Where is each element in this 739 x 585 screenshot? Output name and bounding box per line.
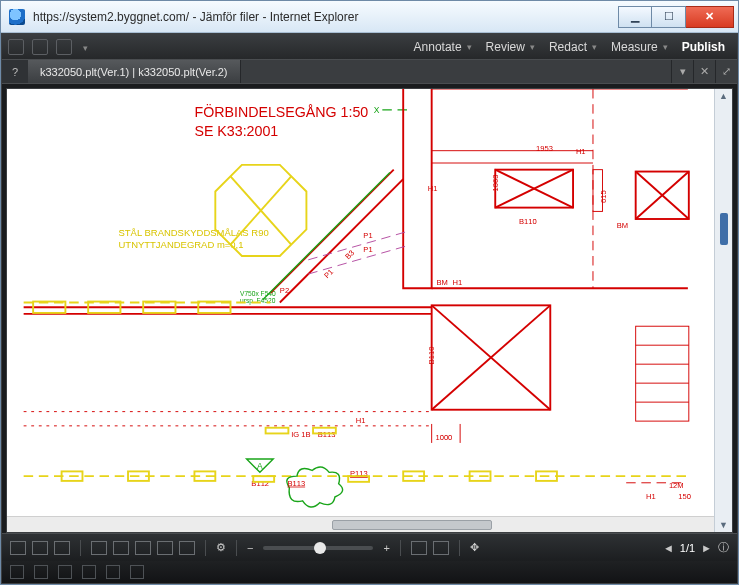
- lbl-h1c: H1: [453, 278, 463, 287]
- page-prev-icon[interactable]: ◄: [663, 542, 674, 554]
- document-tab-label: k332050.plt(Ver.1) | k332050.plt(Ver.2): [40, 66, 228, 78]
- toolbar-sep5: [459, 540, 460, 556]
- tool-save-icon[interactable]: [32, 39, 48, 55]
- status-monitor-icon[interactable]: [58, 565, 72, 579]
- toolbar-sep2: [205, 540, 206, 556]
- compare-mode-group: [91, 541, 195, 555]
- lbl-ig1b: IG 1B: [291, 430, 310, 439]
- cad-title-line2: SE K33:2001: [194, 123, 278, 139]
- status-bar: [2, 561, 737, 583]
- viewer-app: Annotate Review Redact Measure Publish ?…: [1, 33, 738, 584]
- svg-rect-15: [636, 326, 689, 421]
- lbl-A: A: [257, 462, 263, 472]
- horizontal-scrollbar[interactable]: [7, 516, 714, 532]
- lbl-b113: B113: [318, 430, 336, 439]
- view-tile-icon[interactable]: [54, 541, 70, 555]
- status-thumbnails-icon[interactable]: [106, 565, 120, 579]
- menu-measure-label: Measure: [611, 40, 658, 54]
- drawing-canvas[interactable]: FÖRBINDELSEGÅNG 1:50 SE K33:2001 X STÅL …: [6, 88, 733, 533]
- status-folder-icon[interactable]: [82, 565, 96, 579]
- cad-svg: FÖRBINDELSEGÅNG 1:50 SE K33:2001 X STÅL …: [7, 89, 714, 516]
- horizontal-scroll-thumb[interactable]: [332, 520, 492, 530]
- dim-150: 150: [678, 492, 691, 501]
- toolbar-sep4: [400, 540, 401, 556]
- pan-crosshair-icon[interactable]: ✥: [470, 541, 479, 554]
- tab-spacer: [241, 60, 671, 83]
- lbl-p1b: P1: [363, 245, 372, 254]
- dim-1063: 1063: [491, 175, 500, 192]
- fit-page-icon[interactable]: [411, 541, 427, 555]
- menu-review[interactable]: Review: [480, 40, 541, 54]
- view-split-icon[interactable]: [32, 541, 48, 555]
- zoom-in-icon[interactable]: +: [383, 542, 389, 554]
- view-mode-group: [10, 541, 70, 555]
- tool-more-chevron-icon[interactable]: [80, 40, 88, 54]
- page-indicator: ◄ 1/1 ► ⓘ: [663, 540, 729, 555]
- tab-dropdown[interactable]: ▾: [671, 60, 693, 83]
- help-icon[interactable]: ?: [2, 60, 28, 83]
- fit-width-icon[interactable]: [433, 541, 449, 555]
- menu-annotate-label: Annotate: [414, 40, 462, 54]
- scroll-up-icon[interactable]: ▲: [719, 91, 728, 101]
- zoom-out-icon[interactable]: −: [247, 542, 253, 554]
- page-help-icon[interactable]: ⓘ: [718, 540, 729, 555]
- page-next-icon[interactable]: ►: [701, 542, 712, 554]
- lbl-bm2: BM: [617, 221, 628, 230]
- status-refresh-icon[interactable]: [10, 565, 24, 579]
- dim-12m: 12M: [669, 481, 684, 490]
- minimize-button[interactable]: [618, 6, 652, 28]
- toolbar-sep: [80, 540, 81, 556]
- bottom-toolbar: ⚙ − + ✥ ◄ 1/1 ► ⓘ: [2, 533, 737, 561]
- compare-d-icon[interactable]: [157, 541, 173, 555]
- compare-b-icon[interactable]: [113, 541, 129, 555]
- ie-favicon-icon: [9, 9, 25, 25]
- left-tool-group: [8, 39, 88, 55]
- lbl-b110b: B110: [427, 346, 436, 364]
- compare-c-icon[interactable]: [135, 541, 151, 555]
- menu-publish[interactable]: Publish: [676, 40, 731, 54]
- dim-h1e: H1: [646, 492, 656, 501]
- workspace: FÖRBINDELSEGÅNG 1:50 SE K33:2001 X STÅL …: [2, 84, 737, 533]
- menu-measure[interactable]: Measure: [605, 40, 674, 54]
- toolbar-sep3: [236, 540, 237, 556]
- status-search-icon[interactable]: [34, 565, 48, 579]
- document-tab[interactable]: k332050.plt(Ver.1) | k332050.plt(Ver.2): [28, 60, 241, 83]
- close-button[interactable]: [686, 6, 734, 28]
- cad-viewport: FÖRBINDELSEGÅNG 1:50 SE K33:2001 X STÅL …: [7, 89, 714, 516]
- tool-open-icon[interactable]: [8, 39, 24, 55]
- menu-publish-label: Publish: [682, 40, 725, 54]
- lbl-h1a: H1: [576, 147, 586, 156]
- scroll-down-icon[interactable]: ▼: [719, 520, 728, 530]
- title-bar: https://system2.byggnet.com/ - Jämför fi…: [1, 1, 738, 33]
- cad-title-line1: FÖRBINDELSEGÅNG 1:50: [194, 103, 368, 120]
- tab-expand-icon[interactable]: ⤢: [715, 60, 737, 83]
- svg-line-33: [308, 231, 408, 259]
- maximize-button[interactable]: [652, 6, 686, 28]
- lbl-p1a: P1: [363, 231, 372, 240]
- zoom-slider-knob[interactable]: [314, 542, 326, 554]
- status-layers-icon[interactable]: [130, 565, 144, 579]
- window-buttons: [618, 6, 734, 28]
- menu-review-label: Review: [486, 40, 525, 54]
- menu-annotate[interactable]: Annotate: [408, 40, 478, 54]
- view-single-icon[interactable]: [10, 541, 26, 555]
- dim-1953: 1953: [536, 144, 553, 153]
- browser-window: https://system2.byggnet.com/ - Jämför fi…: [0, 0, 739, 585]
- vertical-scrollbar[interactable]: ▲ ▼: [714, 89, 732, 532]
- settings-gear-icon[interactable]: ⚙: [216, 541, 226, 554]
- tab-close[interactable]: ✕: [693, 60, 715, 83]
- compare-a-icon[interactable]: [91, 541, 107, 555]
- lbl-h1b: H1: [428, 184, 438, 193]
- lbl-h1d: H1: [356, 416, 366, 425]
- dim-615: 615: [599, 190, 608, 203]
- cad-x-marker: X: [374, 105, 380, 115]
- cad-stal-line1: STÅL BRANDSKYDDSMÅLAS R90: [119, 227, 269, 238]
- fit-group: [411, 541, 449, 555]
- cad-green-note2: ursp. F4520: [240, 297, 276, 305]
- zoom-slider[interactable]: [263, 546, 373, 550]
- compare-e-icon[interactable]: [179, 541, 195, 555]
- vertical-scroll-thumb[interactable]: [720, 213, 728, 245]
- menu-redact[interactable]: Redact: [543, 40, 603, 54]
- lbl-p2: P2: [280, 286, 289, 295]
- tool-print-icon[interactable]: [56, 39, 72, 55]
